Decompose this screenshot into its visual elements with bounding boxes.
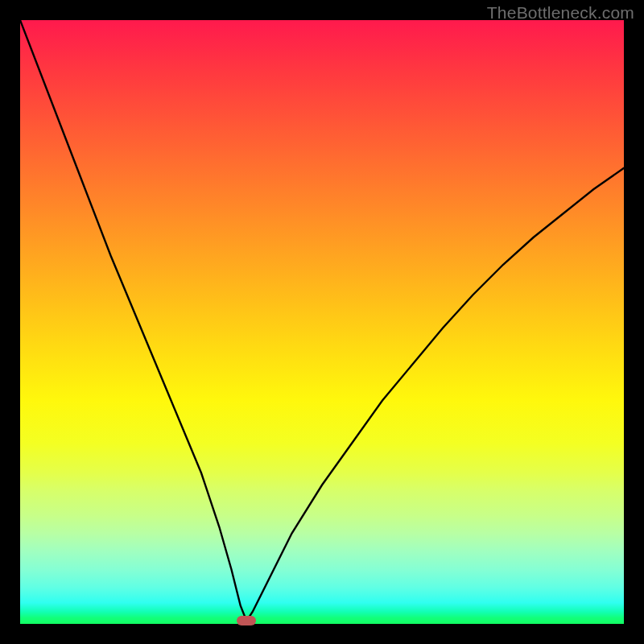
watermark-text: TheBottleneck.com — [487, 3, 634, 23]
optimal-point-marker — [237, 616, 256, 625]
plot-area — [20, 20, 624, 624]
